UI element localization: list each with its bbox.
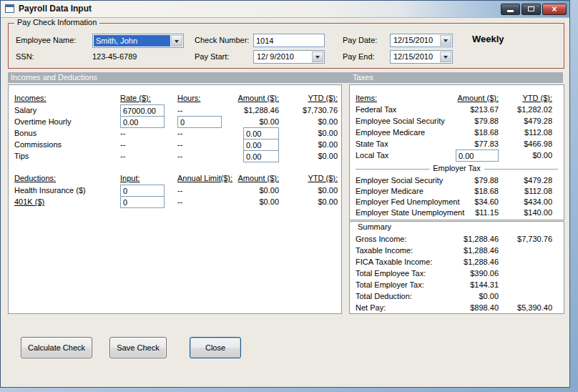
summary-ytd: $5,390.40 bbox=[500, 303, 552, 313]
income-amount: $0.00 bbox=[226, 117, 279, 127]
check-number-label: Check Number: bbox=[195, 36, 249, 44]
deduction-401k-link[interactable]: 401K ($) bbox=[14, 197, 118, 207]
income-hours: -- bbox=[177, 106, 227, 115]
income-ytd: $0.00 bbox=[285, 140, 338, 150]
chevron-down-icon bbox=[315, 56, 320, 61]
income-hours: -- bbox=[177, 152, 227, 161]
taxes-panel: Items: Amount ($): YTD ($): Federal Tax … bbox=[349, 84, 564, 220]
pay-end-value: 12/15/2010 bbox=[393, 52, 433, 61]
ssn-value: 123-45-6789 bbox=[92, 52, 137, 61]
tax-ytd: $434.00 bbox=[500, 197, 552, 207]
deduction-amount: $0.00 bbox=[226, 197, 279, 207]
pay-date-datepicker[interactable]: 12/15/2010 bbox=[390, 34, 453, 47]
local-tax-input[interactable] bbox=[456, 150, 499, 162]
tax-amount: $18.68 bbox=[436, 128, 499, 137]
overtime-rate-input[interactable] bbox=[120, 116, 165, 128]
summary-amount: $1,288.46 bbox=[436, 258, 499, 267]
minimize-button[interactable] bbox=[501, 4, 520, 15]
pay-date-value: 12/15/2010 bbox=[393, 36, 433, 44]
ytd-header: YTD ($): bbox=[285, 174, 338, 183]
pay-end-label: Pay End: bbox=[343, 52, 375, 61]
summary-ytd: $7,730.76 bbox=[500, 235, 552, 244]
ssn-label: SSN: bbox=[16, 52, 34, 61]
income-ytd: $0.00 bbox=[285, 152, 338, 161]
pay-start-value: 12/ 9/2010 bbox=[257, 52, 294, 61]
salary-rate-input[interactable] bbox=[120, 104, 165, 117]
tax-ytd: $112.08 bbox=[500, 128, 552, 137]
income-row-salary: Salary -- $1,288.46 $7,730.76 bbox=[14, 106, 338, 116]
income-ytd: $7,730.76 bbox=[285, 106, 338, 115]
summary-amount: $0.00 bbox=[436, 292, 499, 301]
tax-row-local: Local Tax $0.00 bbox=[356, 151, 559, 161]
summary-row-net-pay: Net Pay: $898.40 $5,390.40 bbox=[356, 303, 559, 313]
employee-name-value: Smith, John bbox=[94, 35, 170, 46]
employer-tax-header: Employer Tax bbox=[429, 164, 484, 172]
maximize-button[interactable] bbox=[521, 4, 541, 15]
deduction-amount: $0.00 bbox=[226, 186, 279, 195]
section-header-strip: Incomes and Deductions Taxes bbox=[8, 72, 563, 83]
ytd-header: YTD ($): bbox=[285, 94, 338, 103]
pay-start-label: Pay Start: bbox=[195, 52, 229, 61]
maximize-icon bbox=[528, 6, 534, 11]
close-window-button[interactable]: × bbox=[542, 4, 567, 15]
deductions-header: Deductions: bbox=[14, 174, 118, 183]
bonus-amount-input[interactable] bbox=[243, 127, 279, 139]
check-number-input[interactable] bbox=[253, 34, 325, 47]
tax-row-state: State Tax $77.83 $466.98 bbox=[356, 139, 559, 150]
summary-row-fica: FICA Taxable Income: $1,288.46 bbox=[356, 258, 559, 268]
window-title: Payroll Data Input bbox=[19, 4, 92, 14]
app-icon bbox=[5, 4, 14, 13]
income-ytd: $0.00 bbox=[285, 117, 338, 127]
summary-amount: $390.06 bbox=[436, 269, 499, 278]
summary-panel: Summary Gross Income: $1,288.46 $7,730.7… bbox=[349, 221, 564, 314]
pay-start-dropdown-button[interactable] bbox=[312, 52, 323, 62]
employee-name-dropdown-button[interactable] bbox=[171, 35, 182, 46]
paycheck-info-groupbox: Pay Check Information Employee Name: Smi… bbox=[8, 23, 564, 69]
incomes-section-header: Incomes and Deductions bbox=[11, 73, 97, 82]
close-icon: × bbox=[543, 4, 566, 14]
tax-row-employer-state-unemployment: Employer State Unemployment $11.15 $140.… bbox=[356, 208, 559, 218]
tax-amount: $11.15 bbox=[436, 208, 499, 217]
tax-amount: $79.88 bbox=[436, 117, 499, 126]
commissions-amount-input[interactable] bbox=[243, 139, 279, 151]
amount-header: Amount ($): bbox=[436, 94, 499, 103]
pay-date-dropdown-button[interactable] bbox=[440, 35, 451, 46]
input-header: Input: bbox=[120, 174, 170, 183]
pay-end-datepicker[interactable]: 12/15/2010 bbox=[390, 50, 453, 64]
hours-header: Hours: bbox=[177, 94, 227, 103]
overtime-hours-input[interactable] bbox=[177, 116, 222, 128]
pay-start-datepicker[interactable]: 12/ 9/2010 bbox=[253, 50, 325, 64]
income-label: Salary bbox=[14, 106, 118, 115]
tax-ytd: $1,282.02 bbox=[500, 105, 552, 114]
calculate-check-button[interactable]: Calculate Check bbox=[21, 337, 92, 358]
tax-row-employee-medicare: Employee Medicare $18.68 $112.08 bbox=[356, 128, 559, 138]
401k-input[interactable] bbox=[120, 196, 165, 208]
close-button[interactable]: Close bbox=[190, 337, 241, 358]
tax-ytd: $0.00 bbox=[500, 151, 552, 160]
minimize-icon bbox=[507, 10, 514, 12]
deduction-ytd: $0.00 bbox=[285, 197, 338, 207]
chevron-down-icon bbox=[444, 39, 448, 44]
summary-amount: $144.31 bbox=[436, 280, 499, 290]
tax-ytd: $112.08 bbox=[500, 187, 552, 196]
income-rate: -- bbox=[120, 140, 170, 150]
income-hours: -- bbox=[177, 129, 227, 138]
income-row-bonus: Bonus -- -- $0.00 bbox=[14, 129, 338, 139]
deduction-label: Health Insurance ($) bbox=[14, 186, 118, 195]
rate-header: Rate ($): bbox=[120, 94, 170, 103]
income-rate: -- bbox=[120, 152, 170, 161]
summary-row-taxable: Taxable Income: $1,288.46 bbox=[356, 246, 559, 256]
taxes-header-row: Items: Amount ($): YTD ($): bbox=[356, 94, 559, 104]
income-label: Overtime Hourly bbox=[14, 117, 118, 127]
summary-row-deduction: Total Deduction: $0.00 bbox=[356, 292, 559, 302]
tips-amount-input[interactable] bbox=[243, 150, 279, 162]
tax-row-employer-medicare: Employer Medicare $18.68 $112.08 bbox=[356, 187, 559, 197]
paycheck-info-legend: Pay Check Information bbox=[14, 18, 99, 26]
tax-ytd: $140.00 bbox=[500, 208, 552, 217]
title-bar[interactable]: Payroll Data Input × bbox=[1, 1, 569, 18]
employee-name-combobox[interactable]: Smith, John bbox=[92, 34, 184, 48]
income-rate: -- bbox=[120, 129, 170, 138]
pay-end-dropdown-button[interactable] bbox=[440, 52, 451, 62]
save-check-button[interactable]: Save Check bbox=[109, 337, 167, 358]
health-insurance-input[interactable] bbox=[120, 185, 165, 197]
